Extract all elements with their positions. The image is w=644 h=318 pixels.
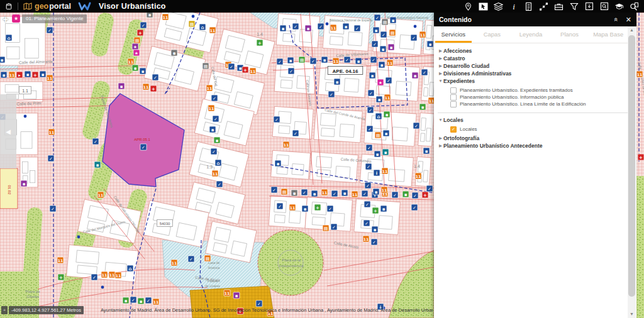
map-marker-ck[interactable]: ✓: [392, 192, 398, 198]
tree-section-afecciones[interactable]: ▶Afecciones: [438, 47, 630, 54]
map-marker-cb[interactable]: ▤: [281, 189, 287, 195]
map-marker-pl[interactable]: +: [242, 67, 248, 73]
map-marker-ck[interactable]: ✓: [366, 145, 372, 151]
map-marker-cb[interactable]: ▤: [203, 63, 209, 69]
filter-icon[interactable]: [569, 2, 579, 11]
map-marker-ck[interactable]: ✓: [426, 185, 433, 192]
map-marker-sq[interactable]: ▪: [376, 96, 382, 102]
tab-planos[interactable]: Planos: [550, 26, 589, 43]
map-marker-sq[interactable]: ▪: [140, 68, 146, 74]
map-marker-ck[interactable]: ✓: [372, 41, 378, 47]
map-marker-ck[interactable]: ✓: [228, 63, 235, 70]
map-marker-cb[interactable]: ▤: [204, 255, 211, 261]
map-marker-11[interactable]: 11: [109, 271, 115, 278]
tab-capas[interactable]: Capas: [473, 26, 512, 43]
map-marker-sq[interactable]: ▪: [118, 83, 125, 89]
map-marker-ck[interactable]: ✓: [140, 144, 147, 150]
map-marker-ck[interactable]: ✓: [256, 300, 262, 307]
map-marker-sq[interactable]: ▪: [0, 57, 5, 63]
map-marker-st[interactable]: ★: [132, 43, 138, 50]
map-marker-ck[interactable]: ✓: [91, 274, 97, 280]
clipboard-icon[interactable]: [524, 2, 533, 11]
map-marker-hs[interactable]: ⌂: [375, 113, 382, 119]
chevron-down-icon[interactable]: ▼: [438, 79, 443, 83]
map-marker-11[interactable]: 11: [419, 31, 426, 38]
tree-section-planeamiento-urban-stico-antecedente[interactable]: ▶Planeamiento Urbanístico Antecedente: [438, 142, 630, 149]
scroll-down-icon[interactable]: ▼: [628, 310, 636, 318]
scrollbar-thumb[interactable]: [628, 35, 635, 297]
map-marker-11[interactable]: 11: [381, 187, 387, 193]
chevron-right-icon[interactable]: ▶: [438, 56, 443, 61]
map-marker-sq[interactable]: ▪: [412, 72, 418, 79]
map-marker-ck[interactable]: ✓: [140, 22, 147, 28]
map-marker-pl[interactable]: +: [314, 204, 321, 211]
chevron-right-icon[interactable]: ▶: [438, 136, 443, 141]
map-marker-pl[interactable]: +: [150, 85, 157, 92]
map-marker-ck[interactable]: ✓: [292, 130, 299, 136]
map-marker-sq[interactable]: ▪: [321, 57, 328, 63]
map-marker-ck[interactable]: ✓: [292, 23, 299, 30]
map-marker-cb[interactable]: ▤: [299, 57, 305, 63]
map-marker-sq[interactable]: ▪: [379, 62, 385, 68]
map-marker-11[interactable]: 11: [224, 290, 230, 296]
map-marker-11[interactable]: 11: [143, 84, 149, 90]
map-marker-sq[interactable]: ▪: [25, 71, 31, 77]
search-document-icon[interactable]: [630, 2, 639, 11]
map-marker-ck[interactable]: ✓: [413, 123, 419, 129]
map-marker-sq[interactable]: ▪: [302, 206, 308, 212]
map-marker-11[interactable]: 11: [363, 236, 369, 242]
map-marker-11[interactable]: 11: [115, 272, 121, 278]
geoportal-logo[interactable]: geoportal: [23, 2, 71, 11]
map-marker-11[interactable]: 11: [153, 299, 159, 305]
map-marker-pl[interactable]: +: [137, 30, 143, 36]
map-marker-11[interactable]: 11: [162, 14, 169, 20]
map-marker-ck[interactable]: ✓: [354, 25, 360, 31]
tab-servicios[interactable]: Servicios: [434, 26, 473, 43]
layers-icon[interactable]: [494, 2, 503, 11]
toolbox-icon[interactable]: [554, 2, 564, 11]
map-marker-sq[interactable]: ▪: [402, 191, 409, 197]
map-marker-sq[interactable]: ▪: [369, 72, 375, 79]
map-marker-sq[interactable]: ▪: [138, 298, 144, 304]
map-marker-sq[interactable]: ▪: [383, 130, 389, 136]
map-marker-11[interactable]: 11: [636, 71, 643, 77]
map-marker-sq[interactable]: ▪: [380, 46, 386, 52]
map-marker-11[interactable]: 11: [128, 58, 134, 65]
map-marker-pl[interactable]: +: [372, 207, 379, 214]
map-marker-sq[interactable]: ▪: [373, 189, 379, 195]
map-marker-sq[interactable]: ▪: [287, 57, 294, 63]
map-marker-ck[interactable]: ✓: [288, 68, 294, 74]
map-marker-11[interactable]: 11: [212, 170, 218, 177]
map-marker-ck[interactable]: ✓: [386, 77, 392, 84]
map-marker-ck[interactable]: ✓: [328, 91, 335, 97]
map-marker-sq[interactable]: ▪: [291, 190, 297, 196]
map-marker-pl[interactable]: +: [32, 72, 38, 78]
chevron-right-icon[interactable]: ▶: [438, 71, 443, 76]
chevron-right-icon[interactable]: ▶: [438, 63, 443, 69]
tree-section-locales[interactable]: ▼Locales: [438, 116, 630, 123]
map-marker-11[interactable]: 11: [48, 129, 55, 135]
map-marker-ck[interactable]: ✓: [130, 297, 136, 303]
status-plus-icon[interactable]: +: [1, 306, 8, 314]
map-marker-ck[interactable]: ✓: [92, 138, 99, 145]
map-marker-hs[interactable]: ⌂: [6, 35, 12, 41]
map-marker-ck[interactable]: ✓: [277, 203, 283, 209]
map-marker-ck[interactable]: ✓: [365, 182, 371, 189]
map-marker-ck[interactable]: ✓: [152, 74, 158, 80]
tree-section-ortofotograf-a[interactable]: ▶Ortofotografía: [438, 134, 630, 141]
chevron-right-icon[interactable]: ▶: [438, 48, 443, 53]
chevron-down-icon[interactable]: ▼: [438, 118, 443, 122]
map-marker-sq[interactable]: ▪: [382, 149, 389, 155]
map-marker-11[interactable]: 11: [387, 60, 393, 66]
map-marker-sq[interactable]: ▪: [390, 17, 396, 23]
map-marker-ck[interactable]: ✓: [213, 116, 219, 122]
map-marker-11[interactable]: 11: [206, 85, 213, 91]
map-marker-11[interactable]: 11: [283, 141, 289, 148]
map-marker-sq[interactable]: ▪: [355, 58, 362, 64]
map-marker-cb[interactable]: ▤: [134, 37, 140, 43]
map-marker-11[interactable]: 11: [209, 27, 216, 33]
map-marker-ck[interactable]: ✓: [318, 23, 324, 30]
map-marker-ck[interactable]: ✓: [367, 107, 374, 113]
tree-section-catastro[interactable]: ▶Catastro: [438, 55, 630, 62]
map-marker-sq[interactable]: ▪: [123, 297, 129, 304]
